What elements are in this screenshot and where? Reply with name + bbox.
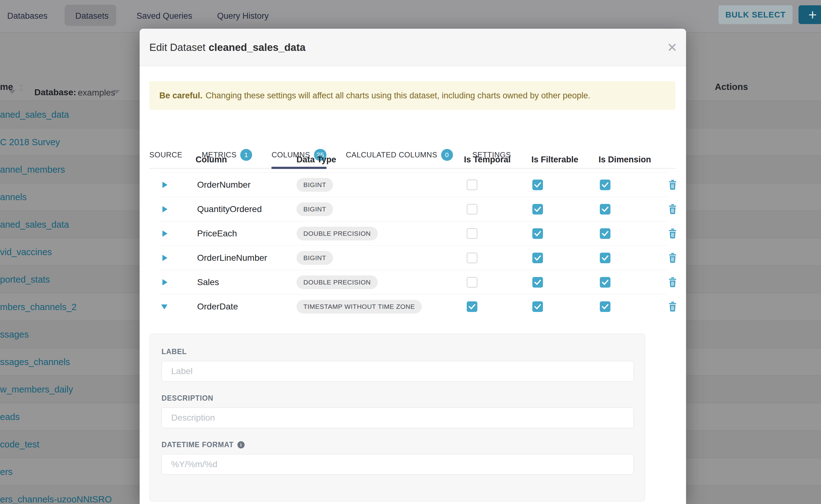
is-dimension-checkbox[interactable]	[600, 301, 611, 312]
nav-item-datasets[interactable]: Datasets	[75, 0, 109, 32]
column-row: OrderLineNumber BIGINT	[159, 246, 667, 270]
column-row: OrderNumber BIGINT	[159, 173, 667, 197]
close-button[interactable]: ✕	[658, 29, 686, 66]
info-icon[interactable]: i	[237, 441, 245, 448]
column-row-expanded: OrderDate TIMESTAMP WITHOUT TIME ZONE	[159, 294, 667, 319]
data-type-pill: DOUBLE PRECISION	[296, 227, 378, 240]
column-row: PriceEach DOUBLE PRECISION	[159, 221, 667, 246]
sort-icon[interactable]	[18, 84, 24, 92]
bulk-select-button[interactable]: BULK SELECT	[719, 5, 793, 24]
dataset-link[interactable]: annels	[0, 183, 27, 211]
dataset-link[interactable]: code_test	[0, 431, 39, 458]
modal-header: Edit Dataset cleaned_sales_data ✕	[140, 29, 686, 66]
modal-title: Edit Dataset cleaned_sales_data	[149, 29, 305, 66]
dataset-link[interactable]: w_members_daily	[0, 376, 73, 403]
label-input[interactable]	[161, 361, 634, 382]
delete-column-icon[interactable]	[668, 253, 677, 263]
is-temporal-checkbox[interactable]	[467, 228, 477, 239]
edit-dataset-modal: Edit Dataset cleaned_sales_data ✕ Be car…	[140, 29, 686, 504]
delete-column-icon[interactable]	[668, 204, 677, 214]
is-dimension-checkbox[interactable]	[600, 204, 611, 215]
database-filter-value[interactable]: examples	[78, 88, 115, 98]
nav-item-saved-queries[interactable]: Saved Queries	[136, 0, 192, 32]
is-filterable-checkbox[interactable]	[532, 180, 543, 190]
chevron-down-icon[interactable]	[113, 90, 120, 94]
data-type-header: Data Type	[296, 155, 336, 165]
column-row: Sales DOUBLE PRECISION	[159, 270, 667, 294]
is-filterable-header: Is Filterable	[532, 155, 578, 165]
delete-column-icon[interactable]	[668, 229, 677, 239]
expand-caret-icon[interactable]	[162, 230, 167, 237]
expand-caret-icon[interactable]	[162, 182, 167, 188]
is-temporal-checkbox[interactable]	[467, 204, 477, 215]
is-temporal-checkbox[interactable]	[467, 253, 477, 263]
warning-banner: Be careful. Changing these settings will…	[149, 81, 675, 110]
column-header: Column	[195, 155, 227, 165]
warning-bold-text: Be careful.	[159, 91, 202, 101]
dataset-link[interactable]: ssages_channels	[0, 348, 70, 376]
is-filterable-checkbox[interactable]	[532, 204, 543, 215]
expand-caret-icon[interactable]	[162, 206, 167, 212]
data-type-pill: BIGINT	[296, 251, 333, 265]
is-filterable-checkbox[interactable]	[532, 301, 543, 312]
is-dimension-header: Is Dimension	[599, 155, 651, 165]
warning-text: Changing these settings will affect all …	[205, 91, 591, 101]
data-type-pill: BIGINT	[296, 202, 333, 216]
datetime-format-input[interactable]	[161, 454, 634, 475]
dataset-link[interactable]: mbers_channels_2	[0, 293, 77, 321]
data-type-pill: DOUBLE PRECISION	[296, 275, 378, 289]
is-temporal-checkbox[interactable]	[467, 301, 477, 312]
dataset-link[interactable]: aned_sales_data	[0, 101, 69, 128]
nav-item-databases[interactable]: Databases	[7, 0, 47, 32]
column-name: OrderDate	[197, 294, 238, 319]
plus-icon: +	[809, 7, 817, 22]
is-dimension-checkbox[interactable]	[600, 228, 611, 239]
is-filterable-checkbox[interactable]	[532, 228, 543, 239]
is-filterable-checkbox[interactable]	[532, 277, 543, 288]
dataset-link[interactable]: annel_members	[0, 156, 65, 183]
database-filter-label: Database:	[34, 87, 76, 97]
dataset-link[interactable]: ers_channels-uzooNNtSRO	[0, 486, 112, 504]
column-name: OrderNumber	[197, 173, 250, 197]
is-temporal-header: Is Temporal	[464, 155, 511, 165]
is-temporal-checkbox[interactable]	[467, 277, 477, 288]
delete-column-icon[interactable]	[668, 180, 677, 190]
add-dataset-button[interactable]: +	[799, 5, 821, 24]
top-navigation: Databases Datasets Saved Queries Query H…	[0, 0, 821, 33]
data-type-pill: BIGINT	[296, 178, 333, 192]
datasets-page: Databases Datasets Saved Queries Query H…	[0, 0, 821, 504]
collapse-caret-icon[interactable]	[161, 304, 167, 309]
column-editor-panel: LABEL DESCRIPTION DATETIME FORMAT i	[149, 334, 645, 502]
is-dimension-checkbox[interactable]	[600, 277, 611, 288]
close-icon: ✕	[667, 40, 678, 55]
is-temporal-checkbox[interactable]	[467, 180, 477, 190]
is-filterable-checkbox[interactable]	[532, 253, 543, 263]
dataset-link[interactable]: ssages	[0, 321, 29, 348]
dataset-link[interactable]: aned_sales_data	[0, 211, 69, 238]
delete-column-icon[interactable]	[668, 277, 677, 287]
dataset-link[interactable]: C 2018 Survey	[0, 128, 60, 156]
column-name: PriceEach	[197, 221, 237, 246]
dataset-link[interactable]: vid_vaccines	[0, 238, 52, 266]
actions-column-header: Actions	[715, 82, 748, 92]
expand-caret-icon[interactable]	[162, 279, 167, 285]
column-name: QuantityOrdered	[197, 197, 262, 221]
modal-title-dataset-name: cleaned_sales_data	[209, 42, 305, 53]
dataset-link[interactable]: ported_stats	[0, 266, 50, 293]
label-field-label: LABEL	[161, 348, 633, 356]
data-type-pill: TIMESTAMP WITHOUT TIME ZONE	[296, 300, 422, 314]
delete-column-icon[interactable]	[668, 302, 677, 312]
dataset-link[interactable]: eads	[0, 403, 20, 431]
nav-item-query-history[interactable]: Query History	[217, 0, 269, 32]
is-dimension-checkbox[interactable]	[600, 253, 611, 263]
column-name: OrderLineNumber	[197, 246, 267, 270]
column-row: QuantityOrdered BIGINT	[159, 197, 667, 221]
modal-title-prefix: Edit Dataset	[149, 42, 205, 53]
dataset-link[interactable]: ers	[0, 458, 12, 486]
description-input[interactable]	[161, 408, 634, 428]
is-dimension-checkbox[interactable]	[600, 180, 611, 190]
name-column-header[interactable]: me	[0, 82, 13, 92]
description-field-label: DESCRIPTION	[161, 394, 633, 403]
datetime-format-field-label: DATETIME FORMAT i	[161, 441, 633, 449]
expand-caret-icon[interactable]	[162, 255, 167, 261]
